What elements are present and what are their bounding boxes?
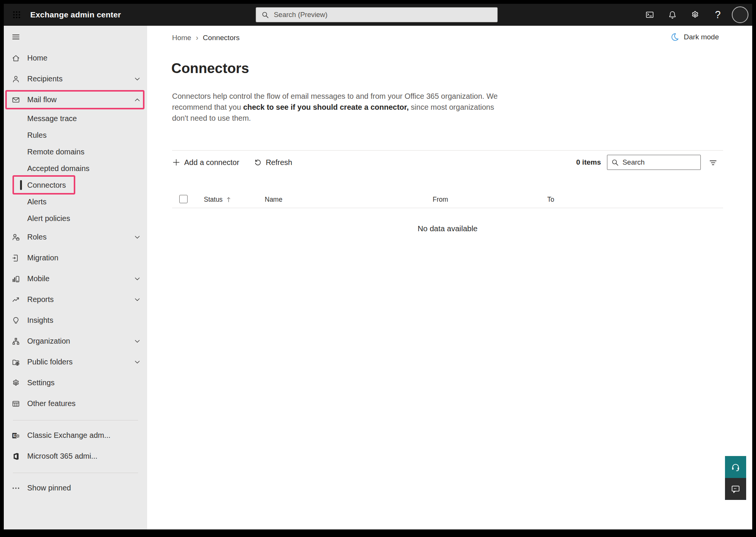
global-search-box[interactable] [256,7,498,22]
chevron-down-icon [133,337,142,346]
filter-icon [708,158,718,167]
nav-collapse-button[interactable] [4,26,147,48]
sidebar-item-classic-exchange-adm[interactable]: EClassic Exchange adm... [4,425,147,446]
bell-icon [668,10,677,19]
sidebar-item-label: Mail flow [27,95,57,104]
chevron-down-icon [133,233,142,242]
refresh-icon [254,158,262,167]
sidebar-item-label: Migration [27,254,58,262]
sidebar-item-label: Classic Exchange adm... [27,431,110,440]
breadcrumb-chevron-icon: › [196,33,199,42]
ellipsis-icon [11,484,20,493]
sidebar-item-microsoft-365-admi[interactable]: Microsoft 365 admi... [4,446,147,467]
left-navigation: HomeRecipientsMail flowMessage traceRule… [4,26,147,529]
chevron-down-icon [133,75,142,84]
sidebar-item-mail-flow[interactable]: Mail flow [4,89,147,110]
global-search-input[interactable] [274,11,492,19]
help-icon: ? [715,9,720,21]
refresh-button[interactable]: Refresh [254,158,292,167]
sidebar-item-label: Reports [27,295,54,304]
chevron-up-icon [133,95,142,104]
feedback-button[interactable] [725,478,746,500]
sidebar-item-label: Mobile [27,274,50,283]
public-folders-icon [11,358,20,367]
add-connector-button[interactable]: Add a connector [172,158,239,167]
breadcrumb-home-link[interactable]: Home [172,34,191,42]
waffle-icon [12,10,21,19]
filter-button[interactable] [706,156,719,169]
sidebar-item-show-pinned[interactable]: Show pinned [4,478,147,498]
column-header-status[interactable]: Status [204,191,232,208]
help-icon-button[interactable]: ? [709,6,727,23]
sidebar-item-label: Alerts [27,198,47,206]
topbar-icon-group: ? [641,4,748,26]
sidebar-item-roles[interactable]: Roles [4,227,147,247]
check-connector-link[interactable]: check to see if you should create a conn… [243,103,409,111]
column-header-from[interactable]: From [433,191,448,208]
page-description: Connectors help control the flow of emai… [172,91,505,124]
selected-indicator [20,180,22,190]
sidebar-item-message-trace[interactable]: Message trace [4,110,147,127]
gear-icon-button[interactable] [686,6,704,23]
terminal-icon [645,10,654,19]
sidebar-item-other-features[interactable]: Other features [4,393,147,414]
list-search-box[interactable] [607,155,701,170]
sidebar-item-insights[interactable]: Insights [4,310,147,331]
sidebar-item-rules[interactable]: Rules [4,127,147,143]
sidebar-item-public-folders[interactable]: Public folders [4,352,147,372]
sidebar-item-label: Show pinned [27,484,71,492]
bell-icon-button[interactable] [664,6,681,23]
app-launcher-button[interactable] [8,6,25,23]
select-all-checkbox[interactable] [179,195,188,203]
plus-icon [172,158,180,167]
column-header-to[interactable]: To [547,191,554,208]
empty-table-message: No data available [172,224,723,233]
dark-mode-label: Dark mode [684,33,719,41]
home-icon [11,54,20,63]
person-icon [11,75,20,84]
list-search-input[interactable] [622,158,697,167]
main-content: Home › Connectors Dark mode Connectors C… [147,26,752,529]
refresh-label: Refresh [266,158,292,167]
sidebar-item-label: Microsoft 365 admi... [27,452,98,461]
search-icon [261,11,269,19]
sidebar-item-label: Alert policies [27,214,70,223]
sidebar-item-recipients[interactable]: Recipients [4,68,147,89]
column-header-name[interactable]: Name [265,191,283,208]
chevron-down-icon [133,274,142,283]
account-avatar[interactable] [732,6,748,23]
settings-icon [11,378,20,388]
sidebar-item-migration[interactable]: Migration [4,247,147,268]
other-features-icon [11,399,20,408]
sidebar-item-mobile[interactable]: Mobile [4,268,147,289]
classic-exchange-icon: E [11,431,20,440]
sidebar-item-label: Organization [27,337,70,346]
terminal-icon-button[interactable] [641,6,658,23]
help-button[interactable] [725,456,746,478]
sidebar-item-reports[interactable]: Reports [4,289,147,310]
sidebar-item-organization[interactable]: Organization [4,331,147,352]
sidebar-item-connectors[interactable]: Connectors [4,177,147,193]
sidebar-item-home[interactable]: Home [4,48,147,68]
headset-icon [731,462,740,472]
dark-mode-toggle[interactable]: Dark mode [671,33,719,41]
sidebar-item-label: Recipients [27,75,62,83]
sidebar-item-alert-policies[interactable]: Alert policies [4,210,147,227]
sidebar-item-settings[interactable]: Settings [4,372,147,393]
insights-icon [11,316,20,325]
sidebar-item-label: Accepted domains [27,164,90,173]
hamburger-icon [11,32,20,41]
sidebar-item-accepted-domains[interactable]: Accepted domains [4,160,147,177]
sidebar-item-remote-domains[interactable]: Remote domains [4,143,147,160]
sidebar-item-label: Remote domains [27,148,84,156]
add-connector-label: Add a connector [184,158,239,167]
list-toolbar: Add a connector Refresh 0 items [172,154,723,171]
sidebar-item-label: Other features [27,399,76,408]
m365-icon [11,452,20,461]
breadcrumb-current: Connectors [203,34,239,42]
feedback-chat-icon [731,484,740,494]
sidebar-item-label: Settings [27,378,54,387]
sidebar-item-alerts[interactable]: Alerts [4,193,147,210]
mobile-icon [11,274,20,283]
items-count: 0 items [576,158,601,167]
